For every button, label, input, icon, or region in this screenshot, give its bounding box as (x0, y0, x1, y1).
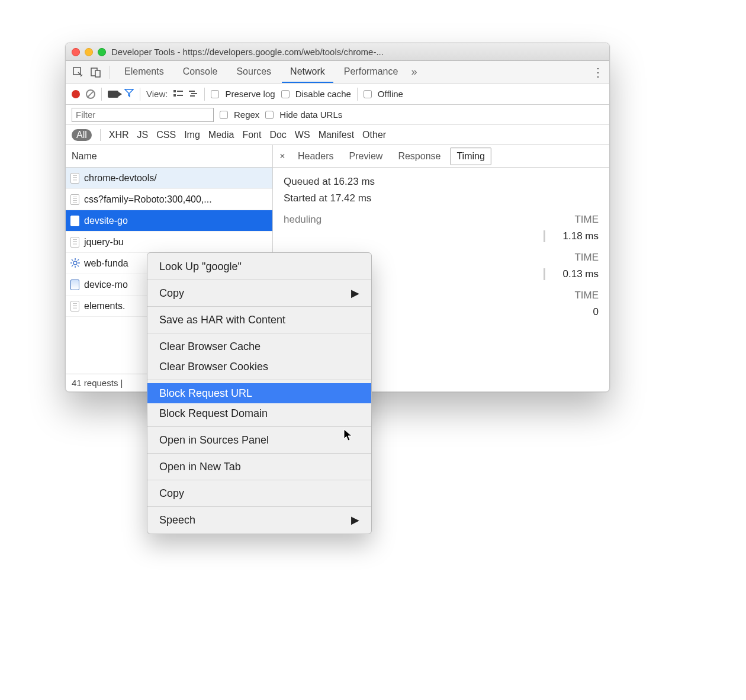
stylesheet-icon (70, 216, 79, 226)
svg-line-16 (78, 265, 79, 266)
type-manifest[interactable]: Manifest (319, 130, 354, 140)
request-name: css?family=Roboto:300,400,... (84, 194, 212, 205)
ctx-block-domain[interactable]: Block Request Domain (147, 403, 371, 423)
divider (147, 453, 371, 454)
stylesheet-icon (70, 194, 79, 205)
type-doc[interactable]: Doc (269, 130, 286, 140)
offline-checkbox[interactable] (364, 90, 372, 98)
gear-icon (70, 258, 79, 269)
divider (147, 506, 371, 507)
close-detail-button[interactable]: × (276, 151, 288, 162)
preserve-log-label: Preserve log (225, 89, 275, 99)
view-label: View: (146, 89, 168, 99)
timing-section-label: heduling (284, 214, 321, 226)
request-row[interactable]: chrome-devtools/ (66, 168, 272, 189)
clear-button[interactable] (86, 89, 95, 99)
type-ws[interactable]: WS (295, 130, 310, 140)
mouse-cursor-icon (343, 429, 354, 442)
regex-checkbox[interactable] (220, 111, 228, 119)
divider (147, 380, 371, 380)
devtools-panel-tabs: Elements Console Sources Network Perform… (66, 61, 609, 84)
type-xhr[interactable]: XHR (109, 130, 129, 140)
type-css[interactable]: CSS (156, 130, 176, 140)
settings-menu-icon[interactable]: ⋮ (592, 65, 604, 79)
request-name: jquery-bu (84, 237, 124, 248)
tab-console[interactable]: Console (175, 61, 226, 83)
timing-value: 0.13 ms (563, 268, 599, 280)
maximize-window-button[interactable] (98, 48, 106, 56)
timing-value: 1.18 ms (563, 230, 599, 242)
ctx-speech-submenu[interactable]: Speech▶ (147, 510, 371, 530)
detail-tab-headers[interactable]: Headers (292, 147, 339, 165)
ctx-clear-cookies[interactable]: Clear Browser Cookies (147, 357, 371, 377)
ctx-copy[interactable]: Copy (147, 483, 371, 503)
tab-network[interactable]: Network (282, 61, 333, 83)
divider (357, 88, 358, 101)
timing-bar (544, 268, 545, 280)
ctx-open-tab[interactable]: Open in New Tab (147, 457, 371, 477)
request-name: chrome-devtools/ (84, 173, 157, 184)
timing-time-label: TIME (574, 252, 599, 264)
detail-tab-response[interactable]: Response (392, 147, 446, 165)
ctx-open-sources[interactable]: Open in Sources Panel (147, 430, 371, 450)
filter-row: Regex Hide data URLs (66, 105, 609, 125)
type-js[interactable]: JS (137, 130, 149, 140)
minimize-window-button[interactable] (85, 48, 93, 56)
tab-sources[interactable]: Sources (228, 61, 279, 83)
svg-line-17 (72, 265, 73, 266)
ctx-save-har[interactable]: Save as HAR with Content (147, 310, 371, 330)
window-controls (72, 48, 106, 56)
divider (147, 306, 371, 307)
ctx-look-up[interactable]: Look Up "google" (147, 256, 371, 277)
request-row[interactable]: css?family=Roboto:300,400,... (66, 189, 272, 210)
timing-section: heduling TIME (284, 214, 599, 226)
timing-time-label: TIME (574, 214, 599, 226)
detail-tab-timing[interactable]: Timing (450, 147, 491, 165)
tab-elements[interactable]: Elements (116, 61, 172, 83)
ctx-block-url[interactable]: Block Request URL (147, 383, 371, 403)
type-media[interactable]: Media (208, 130, 234, 140)
svg-rect-7 (189, 91, 195, 92)
tab-performance[interactable]: Performance (336, 61, 407, 83)
svg-line-15 (72, 259, 73, 261)
filter-input[interactable] (72, 108, 214, 122)
svg-rect-3 (173, 90, 176, 92)
document-icon (70, 173, 79, 184)
disable-cache-checkbox[interactable] (281, 90, 290, 98)
ctx-clear-cache[interactable]: Clear Browser Cache (147, 336, 371, 357)
document-icon (70, 301, 79, 312)
type-other[interactable]: Other (362, 130, 386, 140)
svg-rect-5 (173, 94, 176, 97)
timing-queued: Queued at 16.23 ms (284, 176, 599, 188)
element-picker-icon[interactable] (70, 65, 86, 80)
request-row[interactable]: jquery-bu (66, 232, 272, 253)
request-name: devsite-go (84, 216, 128, 226)
hide-data-urls-label: Hide data URLs (279, 110, 342, 120)
type-filters: All XHR JS CSS Img Media Font Doc WS Man… (66, 125, 609, 145)
overview-icon[interactable] (189, 89, 198, 99)
timing-started: Started at 17.42 ms (284, 192, 599, 204)
name-column-header[interactable]: Name (66, 145, 272, 168)
capture-screenshots-icon[interactable] (108, 91, 118, 98)
divider (204, 88, 205, 101)
request-row-selected[interactable]: devsite-go (66, 210, 272, 232)
hide-data-urls-checkbox[interactable] (265, 111, 274, 119)
record-button[interactable] (72, 90, 80, 98)
close-window-button[interactable] (72, 48, 80, 56)
divider (147, 280, 371, 280)
ctx-copy-submenu[interactable]: Copy▶ (147, 283, 371, 303)
type-all[interactable]: All (72, 129, 92, 141)
type-img[interactable]: Img (184, 130, 200, 140)
svg-rect-4 (177, 91, 183, 92)
detail-tab-preview[interactable]: Preview (343, 147, 388, 165)
large-rows-icon[interactable] (173, 89, 183, 99)
device-toolbar-icon[interactable] (88, 65, 104, 80)
network-toolbar: View: Preserve log Disable cache Offline (66, 84, 609, 105)
timing-value: 0 (593, 306, 599, 318)
preserve-log-checkbox[interactable] (211, 90, 219, 98)
divider (101, 88, 102, 101)
type-font[interactable]: Font (242, 130, 261, 140)
offline-label: Offline (378, 89, 403, 99)
filter-icon[interactable] (124, 88, 134, 100)
more-tabs-icon[interactable]: » (411, 66, 417, 78)
